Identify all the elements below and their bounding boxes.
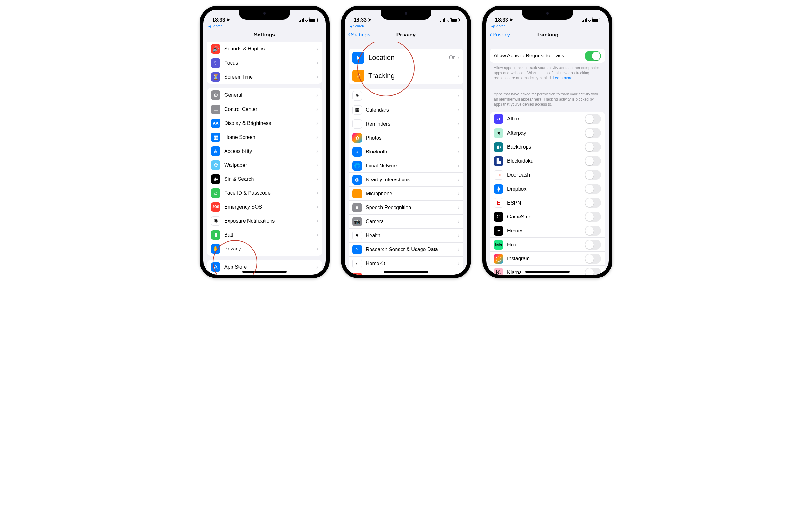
chevron-right-icon: ›	[458, 274, 460, 275]
faceid-icon: ⌂	[211, 188, 220, 198]
row-label: Focus	[224, 60, 316, 66]
row-toggle[interactable]	[584, 240, 601, 250]
settings-row[interactable]: aAffirm	[490, 112, 605, 126]
settings-row[interactable]: ◉Siri & Search›	[207, 172, 322, 186]
settings-row[interactable]: K.Klarna	[490, 265, 605, 275]
row-toggle[interactable]	[584, 114, 601, 124]
settings-row[interactable]: ⚕Research Sensor & Usage Data›	[349, 242, 463, 256]
row-label: Calendars	[366, 107, 458, 113]
cellular-icon	[440, 18, 446, 22]
row-toggle[interactable]	[584, 142, 601, 152]
row-label: Bluetooth	[366, 149, 458, 155]
settings-row[interactable]: ✿Wallpaper›	[207, 158, 322, 172]
settings-row[interactable]: GGameStop	[490, 209, 605, 223]
row-label: Sounds & Haptics	[224, 46, 316, 52]
settings-row[interactable]: ✿Photos›	[349, 131, 463, 145]
app-icon: G	[494, 212, 503, 222]
settings-row[interactable]: ☺︎›	[349, 89, 463, 103]
back-button[interactable]: ‹ Settings	[348, 31, 371, 38]
settings-row[interactable]: ➤LocationOn›	[349, 49, 463, 67]
settings-row[interactable]: ✺Exposure Notifications›	[207, 214, 322, 228]
settings-row[interactable]: 🔊Sounds & Haptics›	[207, 42, 322, 56]
screen: 18:33 ➤ ⌵̂ Search ‹ Privacy Tracking All…	[486, 10, 609, 275]
row-label: Blockudoku	[507, 158, 584, 164]
app-icon: ✦	[494, 226, 503, 236]
row-toggle[interactable]	[584, 128, 601, 138]
research-icon: ⚕	[352, 245, 362, 254]
row-toggle[interactable]	[584, 198, 601, 208]
chevron-right-icon: ›	[316, 218, 318, 224]
row-toggle[interactable]	[584, 268, 601, 275]
battery-icon	[592, 18, 600, 22]
settings-row[interactable]: ✦Heroes	[490, 223, 605, 237]
settings-row[interactable]: ↗Tracking›	[349, 67, 463, 84]
settings-row[interactable]: ⧫Dropbox	[490, 182, 605, 196]
allow-tracking-toggle[interactable]	[584, 51, 601, 61]
settings-row[interactable]: ↯Afterpay	[490, 126, 605, 140]
settings-row[interactable]: AADisplay & Brightness›	[207, 116, 322, 130]
back-breadcrumb[interactable]: Search	[345, 24, 467, 28]
row-toggle[interactable]	[584, 170, 601, 180]
settings-row[interactable]: ⌂Face ID & Passcode›	[207, 186, 322, 200]
settings-row[interactable]: ◐Backdrops	[490, 140, 605, 154]
settings-row[interactable]: ▙Blockudoku	[490, 154, 605, 168]
chevron-right-icon: ›	[316, 106, 318, 113]
chevron-right-icon: ›	[458, 92, 460, 99]
settings-row[interactable]: huluHulu	[490, 237, 605, 251]
settings-row[interactable]: ⌂HomeKit›	[349, 256, 463, 270]
phone-frame-settings: 18:33 ➤ ⌵̂ Search Settings 🔊Sounds & Hap…	[200, 6, 330, 278]
settings-row[interactable]: ▤Wallet & Apple Pay›	[207, 274, 322, 275]
settings-row[interactable]: ⋮Reminders›	[349, 117, 463, 131]
row-toggle[interactable]	[584, 254, 601, 263]
back-breadcrumb[interactable]: Search	[203, 24, 326, 28]
settings-row[interactable]: EESPN	[490, 196, 605, 209]
settings-row[interactable]: ᚼBluetooth›	[349, 145, 463, 159]
speech-icon: ≡	[352, 203, 362, 213]
notch	[522, 10, 573, 20]
settings-row[interactable]: 🎙Microphone›	[349, 187, 463, 201]
screen: 18:33 ➤ ⌵̂ Search Settings 🔊Sounds & Hap…	[203, 10, 326, 275]
page-title: Tracking	[536, 32, 559, 38]
wifi-icon: ⌵̂	[305, 17, 308, 23]
settings-row[interactable]: ◯Instagram	[490, 251, 605, 265]
virus-icon: ✺	[211, 216, 220, 226]
settings-row[interactable]: ≡Speech Recognition›	[349, 201, 463, 214]
settings-row[interactable]: 🌐Local Network›	[349, 159, 463, 173]
back-button[interactable]: ‹ Privacy	[490, 31, 510, 38]
row-label: DoorDash	[507, 172, 584, 178]
settings-row[interactable]: 📷Camera›	[349, 214, 463, 228]
settings-row[interactable]: ♥Health›	[349, 228, 463, 242]
settings-row[interactable]: ◎Nearby Interactions›	[349, 173, 463, 187]
settings-row[interactable]: SOSEmergency SOS›	[207, 200, 322, 214]
sos-icon: SOS	[211, 202, 220, 212]
settings-row[interactable]: ▦Calendars›	[349, 103, 463, 117]
row-toggle[interactable]	[584, 184, 601, 194]
settings-row[interactable]: ▦Home Screen›	[207, 130, 322, 144]
tracking-apps-group: aAffirm↯Afterpay◐Backdrops▙Blockudoku➔Do…	[490, 112, 605, 275]
nearby-icon: ◎	[352, 175, 362, 185]
settings-group-1: 🔊Sounds & Haptics›☾Focus›⏳Screen Time›	[207, 42, 322, 84]
settings-row[interactable]: ➔DoorDash	[490, 168, 605, 182]
settings-row[interactable]: ⚌Control Center›	[207, 102, 322, 116]
learn-more-link[interactable]: Learn more…	[553, 76, 576, 80]
settings-row[interactable]: ⚙︎General›	[207, 88, 322, 102]
location-arrow-icon: ➤	[368, 17, 372, 22]
photos-icon: ✿	[352, 133, 362, 143]
settings-row[interactable]: ✋Privacy›	[207, 241, 322, 255]
row-toggle[interactable]	[584, 226, 601, 236]
chevron-right-icon: ›	[316, 120, 318, 127]
phone-frame-privacy: 18:33 ➤ ⌵̂ Search ‹ Settings Privacy ➤Lo…	[341, 6, 471, 278]
moon-icon: ☾	[211, 58, 220, 68]
row-label: Camera	[366, 219, 458, 224]
settings-row[interactable]: ⏳Screen Time›	[207, 70, 322, 84]
row-toggle[interactable]	[584, 212, 601, 222]
row-label: Hulu	[507, 242, 584, 248]
settings-row[interactable]: ▮Batt›	[207, 228, 322, 241]
notch	[239, 10, 290, 20]
row-toggle[interactable]	[584, 156, 601, 166]
chevron-right-icon: ›	[316, 74, 318, 80]
settings-row[interactable]: ☾Focus›	[207, 56, 322, 70]
settings-row[interactable]: ♿︎Accessibility›	[207, 144, 322, 158]
back-breadcrumb[interactable]: Search	[486, 24, 609, 28]
chevron-right-icon: ›	[458, 106, 460, 113]
